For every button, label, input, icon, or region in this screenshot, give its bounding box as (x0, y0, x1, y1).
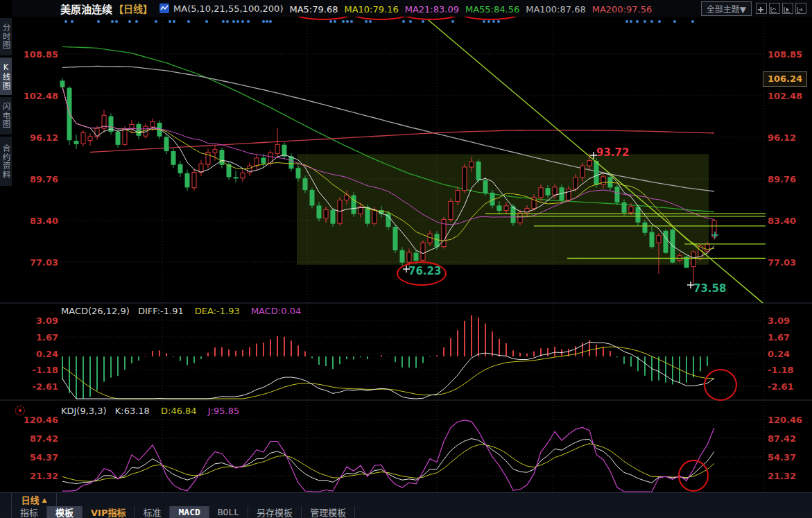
tab-manage-template[interactable]: 管理模板 (302, 506, 355, 518)
kdj-settings-icon[interactable] (15, 406, 25, 415)
tab-vip-indicator[interactable]: VIP指标 (83, 506, 135, 518)
tab-template[interactable]: 模板 (47, 506, 83, 518)
ma-values-row: MA5:79.68MA10:79.16MA21:83.09MA55:84.56M… (283, 2, 652, 15)
tab-standard[interactable]: 标准 (135, 506, 170, 518)
kdj-header: KDJ(9,3,3) K:63.18 D:46.84 J:95.85 (61, 406, 239, 416)
bottom-tab-bar: 指标 模板 VIP指标 标准 MACD BOLL 另存模板 管理模板 (0, 506, 812, 518)
frame-play-icon[interactable] (782, 3, 793, 14)
theme-select-button[interactable]: 全部主题▼ (701, 1, 752, 16)
tab-indicator[interactable]: 指标 (11, 506, 47, 518)
ma-value-label: MA100:87.68 (526, 4, 586, 15)
sidebar-item-flash-chart[interactable]: 闪电图 (0, 97, 12, 135)
sidebar-item-contract-info[interactable]: 合约资料 (0, 137, 12, 186)
ma-value-label: MA10:79.16 (344, 4, 398, 15)
trading-app-window: 美原油连续 【日线】 MA(5,10,21,55,100,200) MA5:79… (0, 0, 812, 518)
ma-value-label: MA200:97.56 (592, 4, 653, 15)
kdj-name-label: KDJ(9,3,3) (61, 406, 107, 416)
period-tag: 【日线】 (114, 1, 153, 15)
ma-value-label: MA21:83.09 (405, 4, 459, 15)
x-axis-bar: 日线 ▲ (0, 492, 812, 507)
macd-header: MACD(26,12,9) DIFF:-1.91 DEA:-1.93 MACD:… (61, 306, 301, 316)
chevron-up-icon: ▲ (42, 497, 47, 503)
price-alert-badge: 106.24 (763, 71, 807, 87)
period-button[interactable]: 日线 ▲ (11, 493, 57, 506)
period-button-label: 日线 (21, 493, 40, 506)
frame-export-icon[interactable] (795, 3, 806, 14)
macd-dea-label: DEA:-1.93 (195, 306, 240, 316)
kline-chart-icon[interactable] (159, 3, 169, 13)
top-bar: 美原油连续 【日线】 MA(5,10,21,55,100,200) MA5:79… (12, 0, 812, 17)
macd-name-label: MACD(26,12,9) (61, 306, 130, 316)
symbol-title: 美原油连续 (60, 1, 112, 16)
tab-save-template[interactable]: 另存模板 (248, 506, 302, 518)
ma-value-label: MA5:79.68 (289, 4, 338, 15)
kdj-j-label: J:95.85 (208, 406, 239, 416)
split-layout-icon[interactable] (756, 3, 767, 14)
kdj-k-label: K:63.18 (115, 406, 150, 416)
sidebar-item-time-chart[interactable]: 分时图 (0, 18, 12, 55)
ma-value-label: MA55:84.56 (465, 4, 519, 15)
ma-settings-label: MA(5,10,21,55,100,200) (173, 3, 283, 14)
macd-diff-label: DIFF:-1.91 (138, 306, 184, 316)
macd-value-label: MACD:0.04 (251, 306, 301, 316)
chart-canvas[interactable] (0, 0, 812, 518)
sidebar-item-kline-chart[interactable]: K线图 (0, 58, 12, 95)
tab-macd[interactable]: MACD (170, 506, 209, 518)
frame-chart-icon[interactable] (769, 3, 780, 14)
tab-boll[interactable]: BOLL (209, 506, 248, 518)
kdj-d-label: D:46.84 (161, 406, 197, 416)
